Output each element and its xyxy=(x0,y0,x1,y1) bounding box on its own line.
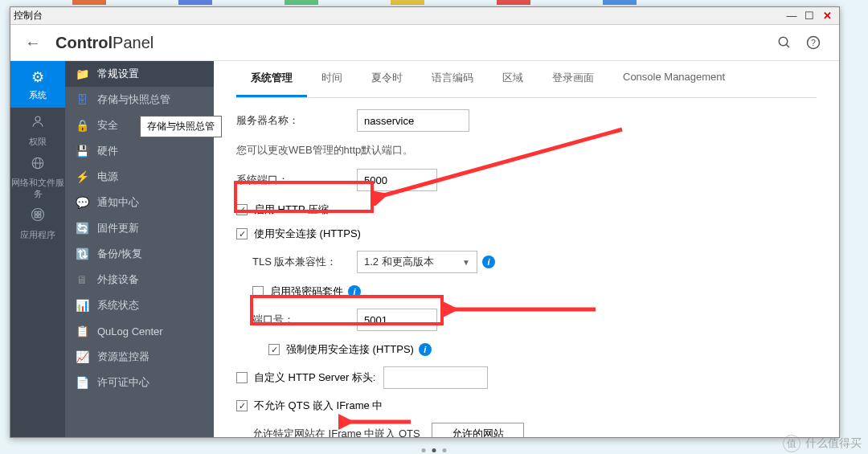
sidebar-item-label: 安全 xyxy=(97,118,118,133)
gear-icon: ⚙ xyxy=(31,68,44,86)
sidebar-item[interactable]: 📄许可证中心 xyxy=(65,370,214,395)
allowed-sites-button[interactable]: 允许的网站 xyxy=(432,423,524,437)
svg-point-4 xyxy=(35,117,40,121)
sidebar-item[interactable]: 🖥外接设备 xyxy=(65,267,214,292)
sidebar-item-label: 资源监控器 xyxy=(97,350,149,364)
sidebar-item-label: 固件更新 xyxy=(97,221,139,235)
tab[interactable]: Console Management xyxy=(608,61,739,97)
tab[interactable]: 时间 xyxy=(307,61,357,97)
sidebar-icon: 🔄 xyxy=(75,222,89,235)
sidebar-icon: 💬 xyxy=(75,196,89,209)
sidebar-item[interactable]: 🔃备份/恢复 xyxy=(65,241,214,267)
svg-rect-11 xyxy=(35,215,37,218)
page-title: ControlPanel xyxy=(55,34,154,52)
sidebar-icon: 🔒 xyxy=(75,119,89,132)
svg-point-8 xyxy=(32,209,44,221)
sidebar-item[interactable]: 📋QuLog Center xyxy=(65,318,214,344)
custom-header-input[interactable] xyxy=(383,366,488,389)
tab[interactable]: 登录画面 xyxy=(538,61,608,97)
help-icon[interactable]: ? xyxy=(802,31,825,54)
sidebar-icon: 📈 xyxy=(75,350,89,363)
sidebar-item[interactable]: 🔄固件更新 xyxy=(65,215,214,241)
hover-tooltip: 存储与快照总管 xyxy=(140,116,222,137)
no-iframe-checkbox[interactable] xyxy=(236,400,248,411)
info-icon[interactable]: i xyxy=(419,343,432,356)
window-title: 控制台 xyxy=(14,9,43,22)
sidebar-icon: 💾 xyxy=(75,145,89,157)
system-port-input[interactable] xyxy=(357,169,437,191)
svg-line-1 xyxy=(786,44,789,47)
sidebar-item[interactable]: 📈资源监控器 xyxy=(65,344,214,370)
page-dots xyxy=(422,448,447,452)
server-name-input[interactable] xyxy=(357,109,469,132)
titlebar: 控制台 — ☐ ✕ xyxy=(10,7,839,25)
system-port-label: 系统端口： xyxy=(236,173,357,187)
http-compress-checkbox[interactable] xyxy=(236,204,248,215)
minimize-button[interactable]: — xyxy=(783,9,800,23)
sidebar-icon: 📊 xyxy=(75,299,89,312)
https-checkbox[interactable] xyxy=(236,228,248,239)
force-https-label: 强制使用安全连接 (HTTPS) xyxy=(286,342,414,357)
svg-rect-12 xyxy=(39,215,41,218)
rail-privilege[interactable]: 权限 xyxy=(10,108,65,154)
sidebar-item-label: 备份/恢复 xyxy=(97,247,142,261)
http-compress-label: 启用 HTTP 压缩 xyxy=(254,202,329,217)
tls-select[interactable]: 1.2 和更高版本 ▼ xyxy=(357,251,477,273)
sidebar-item[interactable]: 💾硬件 xyxy=(65,138,214,164)
svg-text:?: ? xyxy=(811,38,816,47)
port-note: 您可以更改WEB管理的http默认端口。 xyxy=(236,143,817,157)
svg-rect-9 xyxy=(35,211,37,214)
custom-header-label: 自定义 HTTP Server 标头: xyxy=(254,370,375,385)
tab[interactable]: 系统管理 xyxy=(236,61,307,97)
tab[interactable]: 区域 xyxy=(488,61,538,97)
control-panel-window: 控制台 — ☐ ✕ ← ControlPanel ? ⚙ 系统 xyxy=(10,6,840,438)
sidebar-item-label: 电源 xyxy=(97,170,118,184)
custom-header-checkbox[interactable] xyxy=(236,372,248,383)
tabs: 系统管理时间夏令时语言编码区域登录画面Console Management xyxy=(236,61,817,98)
watermark: 值 什么值得买 xyxy=(783,435,862,452)
search-icon[interactable] xyxy=(773,31,796,54)
sidebar-icon: 🗄 xyxy=(75,93,89,106)
sidebar-icon: 🔃 xyxy=(75,247,89,260)
apps-icon xyxy=(31,207,45,226)
svg-rect-10 xyxy=(39,211,41,214)
rail-applications[interactable]: 应用程序 xyxy=(10,201,65,247)
strong-cipher-label: 启用强密码套件 xyxy=(270,284,343,299)
sidebar-item-label: 硬件 xyxy=(97,144,118,158)
sidebar-item-label: 通知中心 xyxy=(97,195,139,210)
tls-label: TLS 版本兼容性： xyxy=(252,255,357,269)
sidebar-icon: 📋 xyxy=(75,325,89,337)
globe-icon xyxy=(31,156,45,174)
tab[interactable]: 语言编码 xyxy=(417,61,488,97)
category-rail: ⚙ 系统 权限 网络和文件服务 应用程序 xyxy=(10,61,65,437)
sidebar-icon: 🖥 xyxy=(75,273,89,286)
force-https-checkbox[interactable] xyxy=(268,344,280,355)
sidebar-item[interactable]: 📊系统状态 xyxy=(65,292,214,318)
sidebar-item-label: 许可证中心 xyxy=(97,375,149,390)
user-icon xyxy=(31,114,45,133)
strong-cipher-checkbox[interactable] xyxy=(252,286,264,297)
port-num-label: 端口号： xyxy=(252,313,357,327)
sidebar-item[interactable]: 💬通知中心 xyxy=(65,190,214,215)
tab[interactable]: 夏令时 xyxy=(357,61,417,97)
info-icon[interactable]: i xyxy=(348,285,361,298)
sidebar-icon: 📄 xyxy=(75,376,89,389)
sidebar-item-label: 存储与快照总管 xyxy=(97,92,170,107)
sidebar-item-label: 外接设备 xyxy=(97,272,139,287)
sidebar-item[interactable]: 🗄存储与快照总管 xyxy=(65,87,214,112)
sidebar-icon: 📁 xyxy=(75,67,89,80)
sidebar-item-label: 系统状态 xyxy=(97,298,139,313)
sidebar-item[interactable]: ⚡电源 xyxy=(65,164,214,190)
iframe-allow-text: 允许特定网站在 IFrame 中嵌入 QTS xyxy=(252,427,420,437)
port-num-input[interactable] xyxy=(357,309,437,331)
rail-system[interactable]: ⚙ 系统 xyxy=(10,61,65,108)
back-button[interactable]: ← xyxy=(25,34,41,52)
close-button[interactable]: ✕ xyxy=(818,9,836,23)
sidebar-item[interactable]: 📁常规设置 xyxy=(65,61,214,87)
info-icon[interactable]: i xyxy=(482,256,495,268)
maximize-button[interactable]: ☐ xyxy=(800,9,818,23)
header: ← ControlPanel ? xyxy=(10,25,839,61)
server-name-label: 服务器名称： xyxy=(236,113,357,128)
sidebar-icon: ⚡ xyxy=(75,170,89,183)
rail-network[interactable]: 网络和文件服务 xyxy=(10,154,65,201)
